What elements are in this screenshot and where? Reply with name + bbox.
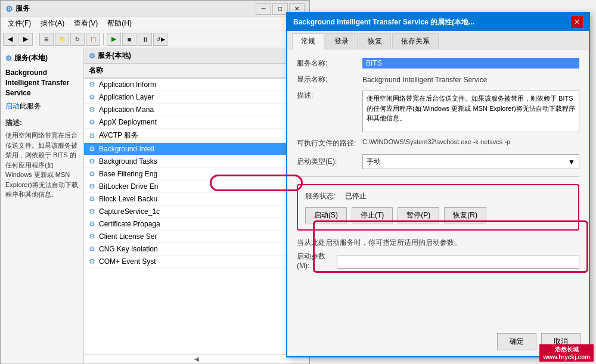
service-icon-5: ⚙ [89, 145, 95, 153]
pause-button[interactable]: ⏸ [138, 33, 152, 46]
main-content: ⚙ 服务(本地) Background Intelligent Transfer… [1, 48, 309, 363]
display-name-row: 显示名称: Background Intelligent Transfer Se… [297, 74, 579, 85]
service-icon-10: ⚙ [89, 207, 95, 216]
service-name-9: Block Level Backu [99, 195, 157, 203]
description-row: 描述: 使用空闲网络带宽在后台传送文件。如果该服务被禁用，则依赖于 BITS 的… [297, 91, 579, 132]
start-button[interactable]: 启动(S) [305, 207, 347, 223]
folder-button[interactable]: 📁 [55, 33, 69, 46]
service-icon-12: ⚙ [89, 232, 95, 241]
forward-button[interactable]: ▶ [18, 33, 33, 46]
service-icon-14: ⚙ [89, 257, 95, 266]
left-panel-title: ⚙ 服务(本地) [5, 53, 79, 63]
play-button[interactable]: ▶ [107, 33, 121, 46]
description-section: 描述: 使用空闲网络带宽在后台传送文件。如果该服务被禁用，则依赖于 BITS 的… [5, 117, 79, 200]
service-item-block-level[interactable]: ⚙ Block Level Backu [84, 193, 309, 206]
service-item-avctp[interactable]: ⚙ AVCTP 服务 [84, 129, 309, 143]
view-button[interactable]: ⊞ [39, 33, 54, 46]
desc-text: 使用空闲网络带宽在后台传送文件。如果该服务被禁用，则依赖于 BITS 的任何应用… [5, 130, 79, 200]
stop-button[interactable]: ■ [122, 33, 136, 46]
restart-button[interactable]: ↺▶ [153, 33, 167, 46]
menu-file[interactable]: 文件(F) [3, 17, 36, 30]
service-item-appx[interactable]: ⚙ AppX Deployment [84, 116, 309, 129]
stop-button[interactable]: 停止(T) [352, 207, 393, 223]
service-item-client-lic[interactable]: ⚙ Client License Ser [84, 231, 309, 243]
service-item-bg-tasks[interactable]: ⚙ Background Tasks [84, 155, 309, 168]
service-icon-4: ⚙ [89, 132, 95, 140]
start-param-section: 当从此处启动服务时，你可指定所适用的启动参数。 启动参数(M): [297, 238, 579, 270]
service-name-row: 服务名称: BITS [297, 58, 579, 69]
title-bar: ⚙ 服务 ─ □ ✕ [1, 1, 309, 17]
service-name-12: Client License Ser [99, 232, 157, 241]
start-service-link-row: 启动此服务 [5, 101, 79, 111]
refresh-button[interactable]: ↻ [70, 33, 85, 46]
action-buttons: 启动(S) 停止(T) 暂停(P) 恢复(R) [305, 207, 571, 223]
service-item-capture[interactable]: ⚙ CaptureService_1c [84, 206, 309, 218]
dialog-close-button[interactable]: ✕ [571, 16, 583, 28]
service-name-11: Certificate Propaga [99, 220, 160, 228]
desc-title: 描述: [5, 117, 79, 128]
menu-help[interactable]: 帮助(H) [103, 17, 136, 30]
right-panel: ⚙ 服务(本地) 名称 ⚙ Application Inform ⚙ Appli… [84, 48, 309, 363]
service-item-app-inform[interactable]: ⚙ Application Inform [84, 79, 309, 91]
export-button[interactable]: 📋 [86, 33, 100, 46]
service-item-com-event[interactable]: ⚙ COM+ Event Syst [84, 256, 309, 268]
service-name-display: Background Intelligent Transfer Service [5, 68, 79, 98]
resume-button[interactable]: 恢复(R) [444, 207, 486, 223]
pause-button[interactable]: 暂停(P) [398, 207, 439, 223]
service-icon-6: ⚙ [89, 157, 95, 166]
service-status-value: 已停止 [345, 191, 367, 201]
back-button[interactable]: ◀ [3, 33, 17, 46]
service-name-2: Application Mana [99, 105, 154, 114]
tab-general[interactable]: 常规 [292, 33, 324, 49]
service-item-bits[interactable]: ⚙ Background Intell [84, 143, 309, 155]
service-name-7: Base Filtering Eng [99, 170, 157, 178]
service-item-base-filter[interactable]: ⚙ Base Filtering Eng [84, 168, 309, 181]
service-name-value: BITS [362, 58, 579, 69]
window-title: 服务 [15, 4, 30, 14]
display-name-label: 显示名称: [297, 74, 362, 85]
service-name-5: Background Intell [99, 145, 154, 153]
startup-type-row: 启动类型(E): 手动 ▼ [297, 154, 579, 169]
tab-dependencies[interactable]: 依存关系 [392, 33, 439, 49]
service-status-label: 服务状态: [305, 191, 336, 201]
start-service-link[interactable]: 启动 [5, 102, 20, 110]
menu-action[interactable]: 操作(A) [36, 17, 69, 30]
start-param-label: 启动参数(M): [297, 251, 332, 270]
minimize-button[interactable]: ─ [256, 3, 271, 15]
service-list: ⚙ Application Inform ⚙ Application Layer… [84, 79, 309, 354]
left-panel: ⚙ 服务(本地) Background Intelligent Transfer… [1, 48, 84, 363]
service-icon-0: ⚙ [89, 80, 95, 89]
service-item-app-mana[interactable]: ⚙ Application Mana [84, 104, 309, 116]
tab-recovery[interactable]: 恢复 [359, 33, 391, 49]
menu-view[interactable]: 查看(V) [69, 17, 103, 30]
dialog-tabs: 常规 登录 恢复 依存关系 [287, 31, 589, 49]
ok-button[interactable]: 确定 [497, 333, 536, 350]
panel-icon: ⚙ [5, 54, 12, 63]
service-icon-2: ⚙ [89, 105, 95, 114]
service-icon-8: ⚙ [89, 182, 95, 191]
start-param-input-row: 启动参数(M): [297, 251, 579, 270]
description-label: 描述: [297, 91, 362, 101]
service-item-cert-prop[interactable]: ⚙ Certificate Propaga [84, 218, 309, 231]
dialog-title-text: Background Intelligent Transfer Service … [293, 17, 474, 27]
properties-dialog: Background Intelligent Transfer Service … [286, 12, 590, 357]
service-name-14: COM+ Event Syst [99, 257, 156, 266]
startup-type-select[interactable]: 手动 ▼ [362, 154, 579, 169]
service-item-bitlocker[interactable]: ⚙ BitLocker Drive En [84, 181, 309, 193]
start-param-input[interactable] [337, 256, 579, 269]
dialog-content: 服务名称: BITS 显示名称: Background Intelligent … [287, 49, 589, 278]
toolbar-separator [36, 33, 36, 45]
toolbar-separator-2 [103, 33, 104, 45]
tab-login[interactable]: 登录 [325, 33, 358, 49]
service-item-app-layer[interactable]: ⚙ Application Layer [84, 91, 309, 104]
dialog-title: Background Intelligent Transfer Service … [287, 13, 589, 31]
service-icon-7: ⚙ [89, 170, 95, 178]
service-item-cng-key[interactable]: ⚙ CNG Key Isolation [84, 243, 309, 256]
watermark-line1: 浩然长城 [555, 346, 579, 354]
exec-path-row: 可执行文件的路径: C:\WINDOWS\System32\svchost.ex… [297, 138, 579, 148]
display-name-value: Background Intelligent Transfer Service [362, 76, 579, 84]
list-header-icon: ⚙ [89, 52, 95, 60]
watermark: 浩然长城 www.hryckj.com [539, 344, 594, 362]
services-window: ⚙ 服务 ─ □ ✕ 文件(F) 操作(A) 查看(V) 帮助(H) ◀ ▶ ⊞… [0, 0, 310, 364]
service-name-0: Application Inform [99, 80, 156, 89]
